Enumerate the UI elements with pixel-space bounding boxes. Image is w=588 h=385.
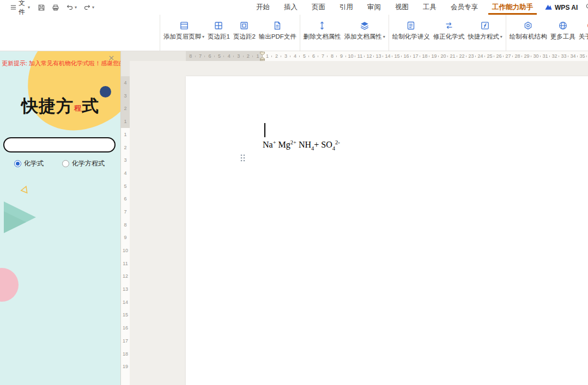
file-menu-button[interactable]: 文件 ▾: [5, 0, 34, 15]
decor-triangle-outline-icon: [18, 185, 31, 198]
ruler-number: 23: [466, 51, 476, 61]
ruler-corner: [121, 51, 130, 61]
ruler-number: 34: [568, 51, 578, 61]
ruler-active-zone: 1234567891011121314151617181920212223242…: [263, 51, 588, 61]
ruler-number: 8: [328, 51, 337, 61]
ruler-number: 30: [531, 51, 541, 61]
ruler-margin-zone: 4321: [121, 76, 130, 128]
ruler-number: 6: [121, 192, 130, 205]
ruler-number: 25: [485, 51, 494, 61]
ruler-number: 32: [550, 51, 559, 61]
ruler-number: 7: [121, 205, 130, 218]
quick-buttons: ▾▾: [34, 4, 98, 11]
ruler-number: 19: [121, 360, 130, 373]
ruler-active-zone: 12345678910111213141516171819: [121, 128, 130, 385]
ruler-number: 14: [121, 296, 130, 309]
ruler-number: 4: [121, 167, 130, 180]
ruler-number: 22: [457, 51, 466, 61]
formula-input[interactable]: [3, 137, 116, 152]
tab-tools[interactable]: 工具: [416, 0, 444, 15]
print-icon: [52, 4, 59, 11]
export-pdf-button[interactable]: 输出PDF文件: [257, 19, 298, 42]
panel-title-accent: 程: [74, 104, 81, 112]
ruler-number: 20: [439, 51, 448, 61]
delete-doc-properties-button[interactable]: 删除文档属性: [302, 19, 343, 42]
ruler-number: 5: [121, 180, 130, 193]
add-doc-properties-button[interactable]: 添加文档属性▾: [343, 19, 387, 42]
tab-member[interactable]: 会员专享: [444, 0, 485, 15]
ruler-margin-zone: 87654321: [186, 51, 263, 61]
chevron-down-icon: ▾: [92, 5, 94, 10]
tab-reference[interactable]: 引用: [332, 0, 360, 15]
fix-chem-formula-button[interactable]: 修正化学式: [432, 19, 466, 42]
ruler-number: 2: [244, 51, 253, 61]
ruler-number: 3: [121, 89, 130, 102]
panel-close-icon[interactable]: [108, 53, 115, 63]
ruler-number: 29: [522, 51, 531, 61]
redo-button[interactable]: ▾: [80, 4, 98, 11]
ruler-number: 11: [121, 257, 130, 270]
tab-view[interactable]: 视图: [388, 0, 416, 15]
menu-tabs: 开始插入页面引用审阅视图工具会员专享工作能力助手: [249, 0, 540, 15]
ruler-number: 10: [121, 244, 130, 257]
ruler-number: 16: [121, 321, 130, 334]
ribbon-group: 绘制化学讲义修正化学式快捷方程式▾: [389, 15, 506, 51]
ruler-number: 2: [272, 51, 281, 61]
panel-title: 快捷方程式: [0, 95, 120, 118]
ruler-lead: [130, 51, 186, 61]
ruler-number: 15: [121, 309, 130, 322]
quick-access-toolbar: 文件 ▾ ▾▾: [5, 0, 98, 15]
about-author-button[interactable]: 关于作者: [577, 19, 588, 42]
radio-chemical-equation[interactable]: 化学方程式: [62, 159, 105, 168]
page-margin-1-button[interactable]: 页边距1: [206, 19, 232, 42]
ruler-number: 1: [121, 115, 130, 128]
ruler-number: 5: [300, 51, 309, 61]
save-button[interactable]: [34, 4, 49, 11]
undo-button[interactable]: ▾: [63, 4, 80, 11]
document-canvas[interactable]: Na+ Mg2+ NH4+ SO42-: [130, 61, 588, 385]
ruler-number: 10: [346, 51, 355, 61]
tab-home[interactable]: 开始: [249, 0, 277, 15]
ruler-number: 3: [281, 51, 290, 61]
tab-review[interactable]: 审阅: [360, 0, 388, 15]
ribbon-toolbar: 添加页眉页脚▾页边距1页边距2输出PDF文件删除文档属性添加文档属性▾绘制化学讲…: [0, 15, 588, 51]
ruler-number: 6: [205, 51, 215, 61]
file-menu-label: 文件: [19, 0, 25, 17]
radio-chemical-formula[interactable]: 化学式: [14, 159, 44, 168]
ruler-number: 26: [494, 51, 504, 61]
wps-writer-app: 文件 ▾ ▾▾ 开始插入页面引用审阅视图工具会员专享工作能力助手 WPS AI …: [0, 0, 588, 385]
document-page[interactable]: Na+ Mg2+ NH4+ SO42-: [186, 76, 588, 385]
horizontal-ruler[interactable]: 87654321 1234567891011121314151617181920…: [130, 51, 588, 61]
ruler-number: 17: [411, 51, 420, 61]
tab-insert[interactable]: 插入: [277, 0, 305, 15]
more-tools-button[interactable]: 更多工具: [549, 19, 577, 42]
chevron-down-icon: ▾: [202, 35, 204, 39]
indent-markers[interactable]: [259, 51, 265, 63]
ruler-number: 4: [224, 51, 234, 61]
add-header-footer-button[interactable]: 添加页眉页脚▾: [162, 19, 206, 42]
chem-assistant-panel: 更新提示: 加入常见有机物化学式啦！感谢您的 快捷方程式 化学式化学方程式: [0, 51, 121, 385]
search-icon[interactable]: [582, 3, 588, 12]
document-area: 87654321 1234567891011121314151617181920…: [121, 51, 588, 385]
chemical-formula-text[interactable]: Na+ Mg2+ NH4+ SO42-: [263, 139, 340, 151]
ribbon-group: 绘制有机结构更多工具关于作者: [506, 15, 588, 51]
chem-handout-icon: [406, 20, 416, 31]
draw-chem-handout-button[interactable]: 绘制化学讲义: [391, 19, 432, 42]
radio-checked-icon: [14, 160, 21, 167]
wps-ai-button[interactable]: WPS AI: [540, 3, 582, 11]
tab-page[interactable]: 页面: [305, 0, 332, 15]
undo-icon: [66, 4, 74, 11]
tab-work-assistant[interactable]: 工作能力助手: [485, 0, 540, 15]
print-button[interactable]: [49, 4, 63, 11]
drag-handle-icon[interactable]: [240, 154, 246, 162]
ruler-number: 2: [121, 102, 130, 115]
ruler-number: 27: [504, 51, 513, 61]
quick-equation-button[interactable]: 快捷方程式▾: [466, 19, 504, 42]
vertical-ruler[interactable]: 4321 12345678910111213141516171819: [121, 61, 130, 385]
ruler-number: 17: [121, 334, 130, 347]
header-footer-icon: [179, 20, 189, 31]
draw-organic-structure-button[interactable]: 绘制有机结构: [508, 19, 549, 42]
page-margin-2-button[interactable]: 页边距2: [232, 19, 257, 42]
ruler-number: 7: [196, 51, 205, 61]
ruler-gap: [121, 61, 130, 76]
